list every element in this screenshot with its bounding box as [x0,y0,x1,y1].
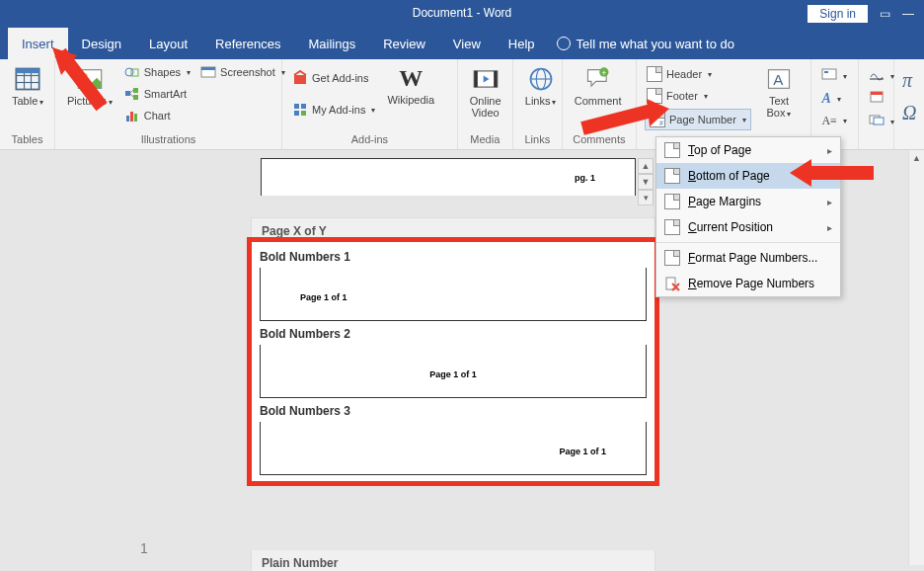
svg-line-14 [130,94,133,97]
svg-rect-22 [301,104,306,109]
group-label-links: Links [521,131,554,149]
svg-rect-37 [824,71,828,73]
tab-view[interactable]: View [439,28,495,59]
svg-text:+: + [601,69,606,78]
svg-rect-11 [133,88,138,93]
chart-button[interactable]: Chart [122,107,192,124]
remove-icon [664,276,680,291]
minimize-icon[interactable]: — [902,7,914,21]
smartart-icon [124,86,140,102]
submenu-top-of-page[interactable]: Top of Page ▸ [656,137,840,163]
submenu-format-page-numbers[interactable]: Format Page Numbers... [656,245,840,271]
wikipedia-button[interactable]: W Wikipedia [383,63,438,108]
gallery-expand[interactable]: ▾ [638,190,654,205]
footer-button[interactable]: Footer▾ [645,87,751,105]
table-button[interactable]: Table▾ [8,63,47,109]
table-icon [14,65,41,93]
submenu-bottom-of-page[interactable]: Bottom of Page ▸ [656,163,840,189]
datetime-icon [869,91,885,107]
text-box-button[interactable]: A Text Box▾ [761,63,797,121]
page-number-button[interactable]: # Page Number▾ [645,109,751,130]
chevron-right-icon: ▸ [827,197,832,207]
wordart-button[interactable]: A▾ [819,90,849,108]
gallery-item-bold-numbers-3[interactable]: Page 1 of 1 [260,422,647,475]
screenshot-button[interactable]: Screenshot▾ [198,63,287,81]
gallery-preview-prior[interactable]: pg. 1 [261,158,636,196]
comment-button[interactable]: + Comment [571,63,626,109]
shapes-button[interactable]: Shapes▾ [122,63,192,81]
gallery-item-bold-numbers-2[interactable]: Page 1 of 1 [260,345,647,398]
tab-mailings[interactable]: Mailings [295,28,370,59]
gallery-item-bold-numbers-1[interactable]: Page 1 of 1 [260,268,647,321]
addins-icon [292,102,308,118]
wordart-icon: A [821,91,830,107]
signature-icon [869,68,885,84]
svg-rect-42 [874,118,884,124]
page-counter: 1 [140,540,148,556]
my-addins-button[interactable]: My Add-ins▾ [290,101,377,119]
ribbon-tabs: Insert Design Layout References Mailings… [0,28,924,59]
gallery-item-label: Bold Numbers 1 [260,244,647,268]
chevron-right-icon: ▸ [827,145,832,156]
group-label-tables: Tables [8,131,46,149]
svg-rect-23 [294,111,299,116]
gallery-scroll-down[interactable]: ▼ [638,174,654,190]
submenu-current-position[interactable]: Current Position ▸ [656,214,840,240]
tab-review[interactable]: Review [369,28,439,59]
signature-line-button[interactable]: ▾ [867,67,896,85]
store-icon [292,70,308,86]
svg-rect-40 [871,92,883,95]
drop-cap-button[interactable]: A≡▾ [819,113,849,129]
online-video-button[interactable]: Online Video [466,63,505,121]
comment-icon: + [584,65,612,93]
submenu-remove-page-numbers[interactable]: Remove Page Numbers [656,271,840,296]
ribbon-display-icon[interactable]: ▭ [880,7,890,21]
lightbulb-icon [557,37,571,50]
group-label-comments: Comments [571,131,628,149]
svg-rect-24 [301,111,306,116]
chart-icon [124,108,140,123]
format-icon [664,250,680,266]
svg-rect-19 [201,67,215,70]
svg-rect-21 [294,104,299,109]
svg-rect-27 [474,71,478,87]
tell-me-search[interactable]: Tell me what you want to do [557,37,734,51]
svg-point-7 [83,73,88,78]
svg-rect-28 [494,71,498,87]
tab-help[interactable]: Help [495,28,549,59]
group-label-media: Media [466,131,504,149]
header-icon [647,66,662,82]
date-time-button[interactable] [867,90,896,108]
gallery-category-footer: Plain Number [251,550,655,571]
gallery-scroll-up[interactable]: ▲ [638,158,654,174]
submenu-page-margins[interactable]: Page Margins ▸ [656,189,840,214]
svg-rect-36 [822,69,836,79]
scroll-up-icon[interactable]: ▲ [909,150,924,166]
footer-icon [647,88,662,104]
header-button[interactable]: Header▾ [645,65,751,83]
tab-references[interactable]: References [201,28,294,59]
group-label-illustrations: Illustrations [63,131,273,149]
equation-button[interactable]: π [902,63,916,98]
tab-insert[interactable]: Insert [8,28,68,59]
svg-rect-17 [134,114,137,122]
symbol-button[interactable]: Ω [902,102,916,130]
shapes-icon [124,64,140,80]
get-addins-button[interactable]: Get Add-ins [290,69,377,87]
sign-in-button[interactable]: Sign in [808,5,868,23]
pictures-button[interactable]: Pictures▾ [63,63,116,109]
svg-text:A: A [773,71,784,88]
svg-rect-12 [133,95,138,100]
vertical-scrollbar[interactable]: ▲ [908,150,924,565]
chevron-right-icon: ▸ [827,171,832,182]
object-button[interactable]: ▾ [867,113,896,130]
smartart-button[interactable]: SmartArt [122,85,192,103]
current-position-icon [664,219,680,235]
quick-parts-button[interactable]: ▾ [819,67,849,85]
dropcap-icon: A≡ [821,114,836,128]
links-button[interactable]: Links▾ [521,63,561,109]
gallery-item-label: Bold Numbers 2 [260,321,647,345]
tab-design[interactable]: Design [68,28,135,59]
tab-layout[interactable]: Layout [135,28,201,59]
window-title: Document1 - Word [413,6,511,20]
